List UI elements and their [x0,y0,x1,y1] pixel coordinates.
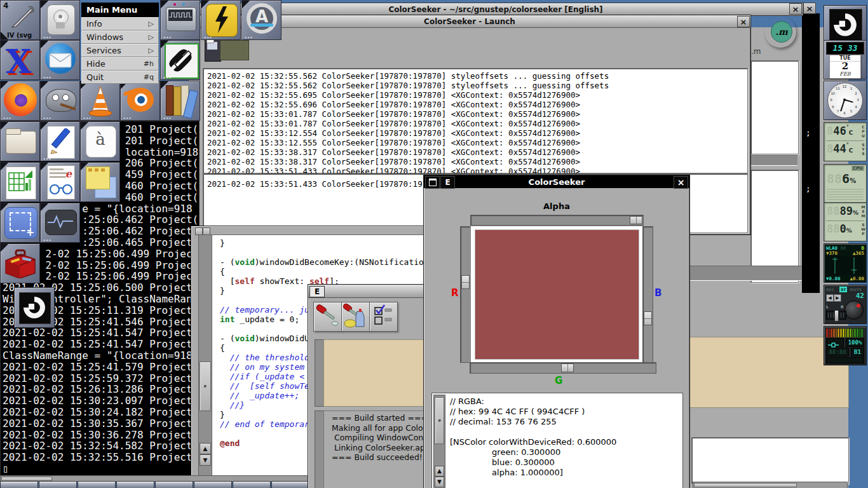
menu-item-services[interactable]: Services▷ [81,44,159,57]
main-menu-title[interactable]: Main Menu [81,3,159,17]
vlc-icon[interactable]: ... [80,81,120,121]
colorseeker-title: ColorSeeker [529,177,585,187]
battery-bar [826,329,828,337]
lcd-ghost: 88 [841,245,846,251]
build-lines: === Build started ===Making all for app … [332,413,437,463]
mini-window-tile[interactable] [194,481,232,488]
blue-slider-knob[interactable] [644,311,652,325]
dock-radio-mixer[interactable]: REC ST MUTE 42 ◀ ▶ L R [824,285,867,324]
mini-window-tile[interactable] [78,481,116,488]
gimp-icon[interactable]: ... [40,81,80,121]
green-slider-knob[interactable] [561,363,574,372]
dock-clock-calendar[interactable]: 15 33 TUE 2 FEB [824,40,867,79]
tools-app-icon[interactable]: ... [160,40,200,80]
mini-window-tile[interactable] [0,481,38,488]
clock-numeral: 10 [831,92,835,95]
evince-icon[interactable]: e [40,162,80,202]
mini-window-tile[interactable] [39,481,77,488]
inkview-workspace-icon[interactable]: 4 IV (svg [0,0,40,40]
objc-file-icon[interactable]: .m [764,15,797,50]
submenu-arrow-icon: ▷ [149,20,154,28]
color-swatch[interactable] [475,229,639,360]
evince-letter: e [65,168,72,180]
calibre-icon[interactable]: ... [160,81,200,121]
balance-slider[interactable] [826,311,846,320]
text-editor-icon[interactable]: ... [40,121,80,161]
miniaturize-icon[interactable] [425,176,440,189]
alpha-slider[interactable] [470,215,644,226]
cpu-unit: % [850,177,856,184]
mini-window-tile[interactable] [271,481,309,488]
prev-button[interactable]: ◀ [826,294,834,302]
scroll-down-icon[interactable]: ▼ [200,454,211,466]
dock-temperature-monitor[interactable]: 846°C CPU 844°C SYS [824,122,867,161]
toolbox-icon[interactable] [0,243,40,283]
close-icon[interactable]: × [803,3,816,14]
output-vscrollbar[interactable]: ▲ ▼ [433,395,445,488]
clock-numeral: 3 [857,98,858,102]
green-slider[interactable] [470,362,656,374]
color-output-view[interactable]: ▲ ▼ // RGBA:// hex: 99 4C 4C FF ( 994C4C… [431,393,683,488]
mini-window-tile[interactable] [116,481,154,488]
battery-percent: 100% [846,338,864,347]
launch-log-view[interactable]: 2021-02-02 15:32:55.562 ColorSeeker[1978… [203,68,748,173]
build-button[interactable] [313,302,342,332]
red-slider[interactable] [460,226,471,363]
balance-right-label: R [841,304,844,309]
options-button[interactable] [369,302,398,332]
next-button[interactable]: ▶ [834,294,841,302]
colorseeker-titlebar[interactable]: ColorSeeker [424,175,689,188]
blue-channel-label: B [654,287,661,299]
blender-icon[interactable]: ... [120,81,160,121]
dock-memory-monitor[interactable]: 8889% MEM 880% SWP [824,202,867,241]
libreoffice-calc-icon[interactable] [0,162,40,202]
close-icon[interactable]: × [789,3,802,15]
code-line [220,248,433,257]
rec-indicator: REC [826,287,834,292]
oscilloscope-icon[interactable]: ... [160,0,200,40]
menu-item-windows[interactable]: Windows▷ [81,30,159,44]
colorseeker-window[interactable]: ColorSeeker E × Alpha R B G [423,175,690,488]
system-monitor-icon[interactable]: ... [40,203,80,243]
mini-window-tile[interactable] [155,481,193,488]
tuning-knob[interactable] [844,301,864,320]
alpha-slider-knob[interactable] [630,216,642,224]
blue-slider[interactable] [642,226,653,363]
scroll-down-icon[interactable]: ▼ [435,477,444,487]
firefox-icon[interactable]: ... [0,81,40,121]
dock-analog-clock[interactable]: 121234567891011 [824,81,867,120]
close-icon[interactable]: × [674,176,688,189]
dock-battery-monitor[interactable]: 100% 88:88 B1 [824,326,867,365]
editor-vscrollbar[interactable]: ▲ ▼ [198,234,212,478]
acircle-app-icon[interactable]: A ... [241,0,281,40]
menu-item-quit[interactable]: Quit#q [81,71,159,84]
file-tile [220,40,249,60]
log-line: 2021-02-02 15:33:01.787 ColorSeeker[1978… [207,119,609,128]
red-slider-knob[interactable] [461,275,470,289]
close-icon[interactable]: × [737,16,750,27]
file-manager-icon[interactable] [0,121,40,161]
menu-item-info[interactable]: Info▷ [81,17,159,30]
clock-numeral: 11 [836,86,839,90]
battery-bar [852,329,854,337]
menu-item-hide[interactable]: Hide#h [81,57,159,71]
dock-cpu-monitor[interactable]: CPU 886% [824,164,867,203]
texstudio-icon[interactable]: X [0,40,40,80]
screenshot-tool-icon[interactable]: + [0,203,40,243]
sticky-notes-icon[interactable] [80,162,120,202]
scroll-up-icon[interactable]: ▲ [435,466,444,477]
charmap-icon[interactable]: à [80,121,120,161]
balance-slider-thumb[interactable] [834,310,839,322]
scroll-up-icon[interactable]: ▲ [200,443,211,454]
lightning-app-icon[interactable]: ... [201,0,241,40]
disk-mount-icon[interactable]: ... [40,0,80,40]
dock-network-monitor[interactable]: WLA0 88 B ▼370 ▲365 ▼0.00 ▲0.00 [824,243,867,283]
thunderbird-icon[interactable]: ... [40,40,80,80]
mini-window-tile[interactable] [233,481,271,488]
terminal-hscroll-thumb[interactable] [1,477,52,481]
gnustep-miniwindow-icon[interactable] [14,287,55,328]
dock-gnustep-icon[interactable] [824,5,867,44]
background-hscrollbar[interactable] [693,482,848,488]
clean-button[interactable] [341,302,370,332]
terminal-line: 2021-02-02 15:25:41.547 ProjectCe [3,339,211,350]
